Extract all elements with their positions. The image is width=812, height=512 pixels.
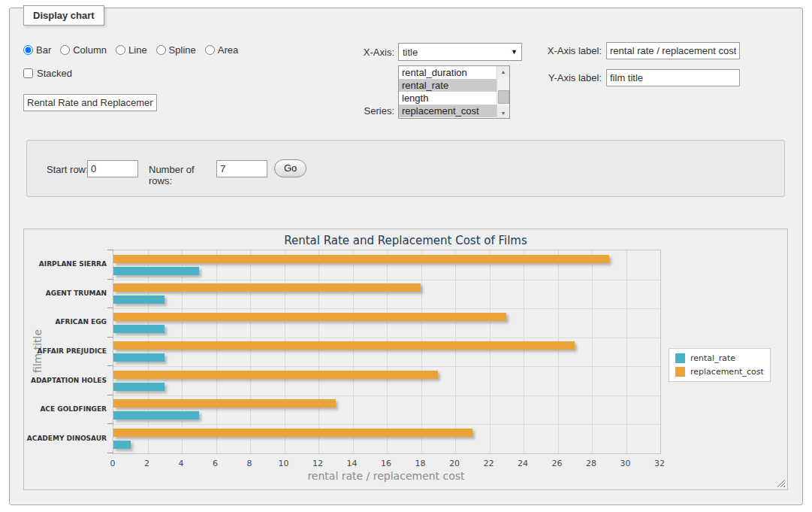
chart-type-option-line[interactable]: Line <box>116 44 147 56</box>
scrollbar-track[interactable] <box>497 77 509 108</box>
num-rows-label: Number of rows: <box>149 164 220 186</box>
legend-item-rental_rate: rental_rate <box>675 353 764 363</box>
series-listbox-items: rental_durationrental_ratelengthreplacem… <box>399 66 497 118</box>
bar-replacement_cost <box>113 399 336 407</box>
x-tick-label: 10 <box>269 459 299 468</box>
x-axis-select-value: title <box>403 47 418 58</box>
y-tick-label: ACADEMY DINOSAUR <box>24 435 107 442</box>
y-tick-mark <box>107 337 113 338</box>
y-tick-mark <box>107 423 113 424</box>
gridline-x <box>524 250 524 453</box>
gridline-x <box>558 250 559 453</box>
radio-label-line: Line <box>128 44 147 56</box>
chart-resize-handle[interactable] <box>777 479 785 487</box>
y-axis-label-input[interactable] <box>606 69 740 86</box>
radio-label-spline: Spline <box>169 44 196 56</box>
x-axis-select[interactable]: title ▼ <box>398 43 522 61</box>
radio-line[interactable] <box>116 45 125 55</box>
x-axis-title: rental rate / replacement cost <box>113 470 660 482</box>
bar-replacement_cost <box>113 313 506 321</box>
x-tick-label: 22 <box>474 459 504 468</box>
x-tick-label: 8 <box>234 459 264 468</box>
stacked-checkbox[interactable] <box>23 68 33 78</box>
y-tick-label: AGENT TRUMAN <box>24 289 107 297</box>
series-listbox[interactable]: rental_durationrental_ratelengthreplacem… <box>398 65 510 119</box>
fieldset-legend: Display chart <box>23 5 104 26</box>
chart-title: Rental Rate and Replacement Cost of Film… <box>24 234 787 247</box>
scrollbar-thumb[interactable] <box>498 90 509 104</box>
start-row-label: Start row: <box>47 164 92 175</box>
bar-rental_rate <box>113 267 199 275</box>
legend-swatch <box>675 367 685 377</box>
scroll-down-icon[interactable]: ▼ <box>497 108 509 118</box>
x-tick-label: 0 <box>98 459 128 468</box>
gridline-y <box>113 395 660 396</box>
y-axis-label-label: Y-Axis label: <box>536 72 602 83</box>
num-rows-input[interactable] <box>216 160 267 177</box>
x-tick-label: 18 <box>406 459 436 468</box>
gridline-x <box>353 250 354 453</box>
bar-replacement_cost <box>113 255 609 263</box>
x-tick-label: 26 <box>542 459 572 468</box>
chart-canvas: Rental Rate and Replacement Cost of Film… <box>23 229 788 490</box>
x-tick-label: 4 <box>166 459 196 468</box>
legend-label: rental_rate <box>690 353 735 363</box>
plot-area <box>113 250 661 454</box>
gridline-x <box>455 250 456 453</box>
x-axis-label-input[interactable] <box>606 42 740 59</box>
series-select-label: Series: <box>325 105 394 117</box>
bar-rental_rate <box>113 383 165 391</box>
go-button[interactable]: Go <box>274 159 306 177</box>
chart-title-input[interactable] <box>23 94 157 111</box>
start-row-input[interactable] <box>87 160 138 177</box>
bar-rental_rate <box>113 353 165 362</box>
series-option-replacement_cost[interactable]: replacement_cost <box>399 105 497 117</box>
bar-rental_rate <box>113 295 165 304</box>
x-tick-label: 30 <box>611 459 641 468</box>
radio-area[interactable] <box>205 45 215 55</box>
chart-type-option-bar[interactable]: Bar <box>23 44 51 56</box>
gridline-x <box>626 250 627 453</box>
bar-replacement_cost <box>113 429 472 437</box>
series-option-rental_rate[interactable]: rental_rate <box>399 79 497 92</box>
radio-spline[interactable] <box>156 45 166 55</box>
x-tick-label: 14 <box>337 459 367 468</box>
bar-replacement_cost <box>113 341 575 350</box>
radio-label-bar: Bar <box>36 44 51 56</box>
gridline-y <box>113 280 660 280</box>
bar-rental_rate <box>113 325 165 333</box>
gridline-x <box>250 250 251 453</box>
x-tick-label: 32 <box>644 459 675 468</box>
y-tick-label: ADAPTATION HOLES <box>24 377 107 384</box>
y-tick-label: AFRICAN EGG <box>24 318 107 326</box>
series-listbox-scrollbar[interactable]: ▲ ▼ <box>497 66 509 118</box>
scroll-up-icon[interactable]: ▲ <box>497 66 509 77</box>
bar-rental_rate <box>113 441 131 449</box>
gridline-x <box>490 250 491 453</box>
gridline-x <box>285 250 285 453</box>
chart-legend: rental_ratereplacement_cost <box>669 348 771 382</box>
gridline-x <box>592 250 593 453</box>
bar-replacement_cost <box>113 371 438 379</box>
gridline-y <box>113 308 660 309</box>
display-chart-fieldset: Display chart BarColumnLineSplineArea St… <box>9 8 803 505</box>
y-tick-mark <box>107 279 113 280</box>
y-tick-label: AFFAIR PREJUDICE <box>24 347 107 355</box>
radio-bar[interactable] <box>23 45 33 55</box>
series-option-rental_duration[interactable]: rental_duration <box>399 66 497 79</box>
gridline-x <box>148 250 149 453</box>
x-tick-label: 2 <box>132 459 162 468</box>
radio-label-area: Area <box>218 44 238 56</box>
chart-type-option-column[interactable]: Column <box>60 44 107 56</box>
radio-column[interactable] <box>60 45 70 55</box>
chart-type-option-area[interactable]: Area <box>205 44 238 56</box>
series-option-length[interactable]: length <box>399 92 497 105</box>
gridline-x <box>318 250 319 453</box>
x-tick-label: 6 <box>201 459 231 468</box>
y-tick-mark <box>107 308 113 308</box>
gridline-x <box>387 250 388 453</box>
y-tick-mark <box>107 395 113 395</box>
gridline-y <box>113 366 660 367</box>
y-tick-mark <box>107 453 113 453</box>
chart-type-option-spline[interactable]: Spline <box>156 44 196 56</box>
